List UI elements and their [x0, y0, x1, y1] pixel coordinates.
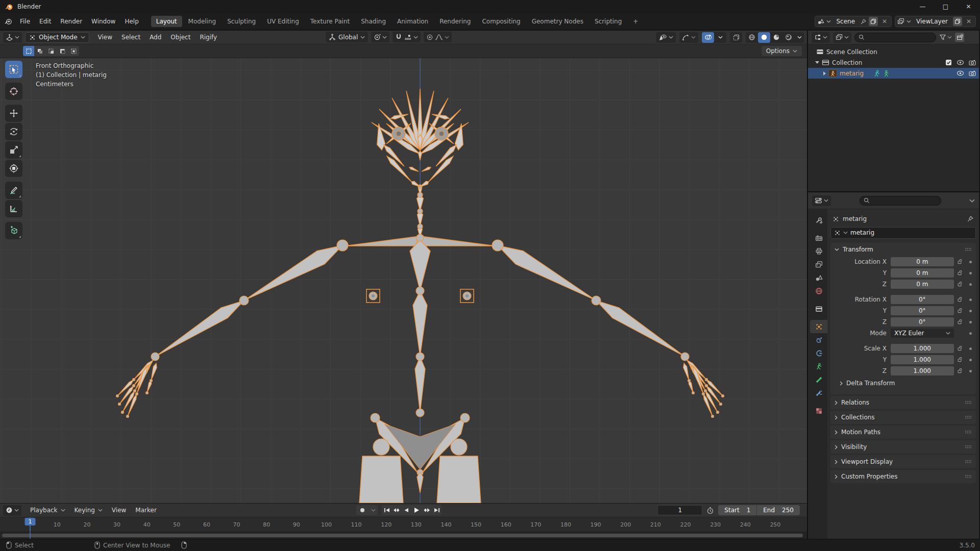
- overlays-toggle[interactable]: [702, 32, 714, 43]
- metarig-label[interactable]: metarig: [840, 70, 864, 77]
- collapsed-panel[interactable]: Custom Properties: [830, 470, 976, 483]
- rotate-tool[interactable]: [5, 123, 22, 140]
- snap-controls[interactable]: [393, 32, 421, 42]
- viewport-menu-item[interactable]: Add: [145, 32, 166, 42]
- animate-dot-icon[interactable]: [969, 272, 972, 274]
- tab-output[interactable]: [810, 244, 827, 258]
- animate-dot-icon[interactable]: [969, 310, 972, 312]
- viewport-menu-item[interactable]: Object: [166, 32, 195, 42]
- animate-dot-icon[interactable]: [969, 298, 972, 301]
- keying-menu[interactable]: Keying: [70, 505, 107, 515]
- blender-menu-icon[interactable]: [4, 17, 12, 26]
- animate-dot-icon[interactable]: [969, 283, 972, 286]
- current-frame-field[interactable]: 1: [657, 505, 702, 515]
- lock-open-icon[interactable]: [957, 345, 963, 352]
- timeline-view-menu[interactable]: View: [107, 505, 131, 515]
- transform-panel-header[interactable]: Transform: [830, 243, 976, 256]
- collapsed-panel[interactable]: Collections: [830, 411, 976, 424]
- scale-tool[interactable]: [5, 141, 22, 159]
- drag-handle-icon[interactable]: [965, 247, 972, 252]
- eye-icon[interactable]: [957, 70, 964, 76]
- viewport-menu-item[interactable]: Rigify: [195, 32, 222, 42]
- collapsed-panel[interactable]: Viewport Display: [830, 455, 976, 468]
- breadcrumb-object-name[interactable]: metarig: [843, 215, 867, 222]
- tab-physics[interactable]: [810, 333, 827, 346]
- lock-open-icon[interactable]: [957, 296, 963, 303]
- shading-material-button[interactable]: [770, 32, 782, 43]
- pin-icon[interactable]: [967, 215, 974, 222]
- menu-item[interactable]: File: [15, 16, 35, 27]
- filter-funnel-icon[interactable]: [939, 34, 946, 41]
- shading-rendered-button[interactable]: [782, 32, 795, 43]
- viewlayer-name[interactable]: ViewLayer: [913, 18, 951, 25]
- measure-tool[interactable]: [5, 200, 22, 217]
- drag-handle-icon[interactable]: [965, 445, 972, 449]
- pin-icon[interactable]: [860, 18, 867, 25]
- object-name-field[interactable]: metarig: [830, 227, 976, 239]
- close-button[interactable]: ✕: [957, 0, 980, 13]
- selectability-visibility-dropdown[interactable]: [656, 32, 676, 43]
- camera-icon[interactable]: [969, 70, 976, 77]
- playback-menu[interactable]: Playback: [26, 505, 70, 515]
- workspace-tab[interactable]: Scripting: [590, 16, 627, 27]
- drag-handle-icon[interactable]: [965, 415, 972, 419]
- collapsed-panel[interactable]: Motion Paths: [830, 425, 976, 439]
- tab-scene[interactable]: [810, 271, 827, 284]
- drag-handle-icon[interactable]: [965, 474, 972, 479]
- select-invert-button[interactable]: [57, 46, 68, 56]
- menu-item[interactable]: Help: [120, 16, 143, 27]
- menu-item[interactable]: Edit: [35, 16, 56, 27]
- menu-item[interactable]: Window: [87, 16, 120, 27]
- cursor-tool[interactable]: [5, 83, 22, 100]
- drag-handle-icon[interactable]: [965, 400, 972, 405]
- camera-icon[interactable]: [969, 60, 976, 66]
- tab-object-data[interactable]: [810, 360, 827, 373]
- remove-viewlayer-button[interactable]: ✕: [964, 17, 973, 26]
- animate-dot-icon[interactable]: [969, 347, 972, 350]
- outliner-row-metarig[interactable]: metarig: [808, 68, 979, 79]
- outliner-row-scene-collection[interactable]: Scene Collection: [808, 46, 979, 57]
- jump-to-end-button[interactable]: [432, 505, 442, 515]
- keying-dropdown[interactable]: [369, 505, 378, 515]
- timeline-scrollbar[interactable]: [2, 534, 803, 537]
- minimize-button[interactable]: —: [911, 0, 934, 13]
- new-viewlayer-button[interactable]: [953, 17, 962, 26]
- workspace-tab[interactable]: Texture Paint: [305, 16, 355, 27]
- timeline-marker-menu[interactable]: Marker: [131, 505, 161, 515]
- transform-tool[interactable]: [5, 160, 22, 177]
- play-reverse-button[interactable]: [401, 505, 411, 515]
- tab-texture[interactable]: [810, 404, 827, 417]
- unlink-scene-button[interactable]: ✕: [880, 17, 889, 26]
- tab-tool[interactable]: [810, 213, 827, 227]
- viewport-menu-item[interactable]: View: [93, 32, 117, 42]
- scene-collection-label[interactable]: Scene Collection: [826, 48, 877, 56]
- lock-open-icon[interactable]: [957, 270, 963, 276]
- xray-toggle[interactable]: [730, 32, 742, 43]
- new-collection-button[interactable]: [955, 33, 964, 42]
- lock-open-icon[interactable]: [957, 368, 963, 374]
- editor-type-dropdown[interactable]: [3, 32, 22, 43]
- number-field[interactable]: 1.000: [891, 366, 954, 375]
- stopwatch-icon[interactable]: [706, 507, 714, 514]
- timeline-editor-dropdown[interactable]: [3, 505, 21, 516]
- lock-open-icon[interactable]: [957, 259, 963, 265]
- 3d-viewport-canvas[interactable]: Front Orthographic (1) Collection | meta…: [0, 58, 807, 503]
- number-field[interactable]: 0 m: [891, 257, 954, 266]
- workspace-tab[interactable]: Sculpting: [222, 16, 261, 27]
- proportional-edit-controls[interactable]: [424, 32, 452, 42]
- select-intersect-button[interactable]: [68, 46, 79, 56]
- number-field[interactable]: 0 m: [891, 280, 954, 289]
- outliner-row-collection[interactable]: Collection: [808, 57, 979, 68]
- select-set-button[interactable]: [23, 46, 34, 56]
- collapsed-panel[interactable]: Visibility: [830, 440, 976, 454]
- shading-wireframe-button[interactable]: [746, 32, 758, 43]
- outliner-display-mode-dropdown[interactable]: [833, 32, 851, 43]
- workspace-tab[interactable]: +: [628, 16, 643, 27]
- select-extend-button[interactable]: [34, 46, 45, 56]
- gizmos-dropdown[interactable]: [679, 32, 698, 43]
- tab-constraints[interactable]: [810, 346, 827, 360]
- prev-keyframe-button[interactable]: [391, 505, 401, 515]
- workspace-tab[interactable]: Animation: [392, 16, 433, 27]
- select-box-tool[interactable]: [5, 61, 22, 78]
- properties-editor-dropdown[interactable]: [812, 195, 831, 206]
